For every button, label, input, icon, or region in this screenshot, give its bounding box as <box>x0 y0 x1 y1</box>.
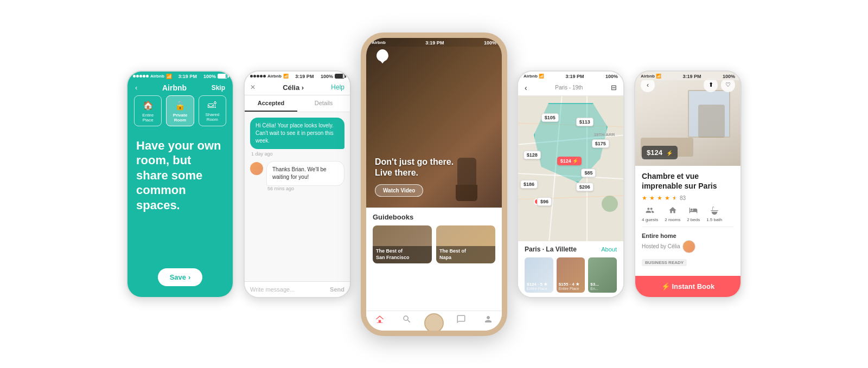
listing-thumb-1[interactable]: $124 · 5 ★ Entire Place <box>525 257 553 293</box>
bath-icon <box>710 206 719 216</box>
private-room-label: Private Room <box>170 113 190 122</box>
close-button[interactable]: ✕ <box>250 83 256 91</box>
back-button[interactable]: ‹ <box>135 83 137 92</box>
carrier-name: Airbnb <box>372 40 386 45</box>
nav-home[interactable] <box>375 314 385 326</box>
phone-screen4: Airbnb 📶 3:19 PM 100% ‹ Paris - 19th ⊟ <box>517 70 624 298</box>
guests-icon <box>646 206 654 216</box>
about-link[interactable]: About <box>601 246 617 253</box>
price-tag-128[interactable]: $128 <box>524 151 541 159</box>
signal-icon <box>250 75 266 78</box>
star-3: ★ <box>657 195 662 202</box>
contact-name: Célia › <box>283 83 304 92</box>
sent-message-1: Hi Célia! Your place looks lovely. Can't… <box>250 118 344 149</box>
guidebooks-row: The Best ofSan Francisco The Best ofNapa <box>373 225 495 263</box>
shared-room-icon: 🛋 <box>208 100 216 110</box>
message-input-bar: Write message... Send <box>245 281 350 297</box>
carrier-name: Airbnb 📶 <box>641 74 661 79</box>
location-name: Paris · La Villette <box>525 246 577 253</box>
watch-video-button[interactable]: Watch Video <box>375 184 423 197</box>
price-tag-175[interactable]: $175 <box>592 139 609 148</box>
status-bar-1: Airbnb 📶 3:19 PM 100% <box>127 72 233 80</box>
price-tag-186[interactable]: $186 <box>520 180 538 189</box>
star-4: ★ <box>665 195 670 202</box>
private-room-option[interactable]: 🔒 Private Room <box>166 95 194 126</box>
message-header: ✕ Célia › Help <box>245 80 350 95</box>
phone-screen1: Airbnb 📶 3:19 PM 100% ‹ Airbnb Skip 🏠 <box>126 70 234 298</box>
amenity-guests: 4 guests <box>642 206 658 222</box>
status-bar-4: Airbnb 📶 3:19 PM 100% <box>518 72 623 80</box>
skip-button[interactable]: Skip <box>212 84 225 92</box>
shared-room-option[interactable]: 🛋 Shared Room <box>199 95 226 126</box>
bath-text: 1.5 bath <box>706 217 722 222</box>
price-tag-206[interactable]: $206 <box>576 183 593 191</box>
amenities-row: 4 guests 2 rooms 2 beds <box>642 206 734 227</box>
map-area[interactable]: $105 $113 $128 $124 ⚡ $175 $85 $186 $206… <box>518 96 623 241</box>
home-icon <box>375 314 385 326</box>
listing-3-info: $3... En... <box>590 282 615 290</box>
tab-accepted[interactable]: Accepted <box>245 95 297 112</box>
airbnb-logo <box>375 49 390 64</box>
carrier-name: Airbnb 📶 <box>524 74 544 79</box>
star-2: ★ <box>649 195 655 202</box>
price-tag-96[interactable]: $96 <box>537 197 552 206</box>
home-button[interactable] <box>424 313 444 333</box>
price-tag-85[interactable]: $85 <box>581 169 596 177</box>
carrier-name: Airbnb <box>150 74 164 79</box>
property-hero: $124 ⚡ ‹ ⬆ ♡ <box>635 72 741 166</box>
price-tag-113[interactable]: $113 <box>576 118 593 126</box>
host-row: Hosted by Célia <box>642 240 734 253</box>
listing-thumb-2[interactable]: $155 · 4 ★ Entire Place <box>557 257 585 293</box>
contact-avatar <box>250 162 263 175</box>
save-arrow-icon: › <box>188 273 190 281</box>
beds-icon <box>689 206 698 216</box>
price-value: $124 <box>647 149 662 157</box>
property-type: Entire home <box>642 233 734 239</box>
beds-text: 2 beds <box>687 217 700 222</box>
save-button[interactable]: Save › <box>158 268 203 286</box>
save-label: Save <box>170 273 186 281</box>
guidebook-sf[interactable]: The Best ofSan Francisco <box>373 225 432 263</box>
nav-messages[interactable] <box>456 314 466 326</box>
battery-text: 100% <box>203 74 216 79</box>
property-content: Chambre et vue imprenable sur Paris ★ ★ … <box>635 166 741 275</box>
listing-2-info: $155 · 4 ★ Entire Place <box>559 282 583 290</box>
hero-background <box>366 38 502 208</box>
listing-1-info: $124 · 5 ★ Entire Place <box>527 282 551 290</box>
carrier-name: Airbnb <box>267 74 282 79</box>
battery-text: 100% <box>605 74 618 79</box>
nav-profile[interactable] <box>483 314 493 326</box>
guidebook-napa[interactable]: The Best ofNapa <box>436 225 495 263</box>
screen1-room-selection: Airbnb 📶 3:19 PM 100% ‹ Airbnb Skip 🏠 <box>127 72 233 297</box>
help-button[interactable]: Help <box>331 83 344 91</box>
listing-thumbnails: $124 · 5 ★ Entire Place $155 · 4 ★ Entir… <box>518 255 623 297</box>
location-info: Paris · La Villette About <box>518 241 623 255</box>
guidebooks-title: Guidebooks <box>373 213 495 221</box>
filter-icon[interactable]: ⊟ <box>611 83 617 92</box>
instant-book-button[interactable]: ⚡ Instant Book <box>635 276 741 297</box>
hero-section: Don't just go there. Live there. Watch V… <box>366 38 502 208</box>
received-message-1: Thanks Brian. We'll be waiting for you! … <box>250 161 344 196</box>
hero-tagline: Don't just go there. Live there. <box>375 157 454 177</box>
property-price-badge: $124 ⚡ <box>642 146 678 159</box>
host-label: Hosted by Célia <box>642 243 680 249</box>
price-tag-124[interactable]: $124 ⚡ <box>557 157 582 165</box>
listing-thumb-3[interactable]: $3... En... <box>588 257 617 293</box>
price-tag-105[interactable]: $105 <box>541 113 559 122</box>
message-tabs: Accepted Details <box>245 95 350 112</box>
entire-place-label: Entire Place <box>138 113 158 122</box>
screen4-map: Airbnb 📶 3:19 PM 100% ‹ Paris - 19th ⊟ <box>518 72 623 297</box>
tab-details[interactable]: Details <box>297 95 350 112</box>
messages-icon <box>456 314 466 326</box>
search-icon <box>402 314 412 326</box>
message-input-placeholder[interactable]: Write message... <box>250 286 295 293</box>
map-park <box>602 196 618 212</box>
nav-search[interactable] <box>402 314 412 326</box>
guidebooks-section: Guidebooks The Best ofSan Francisco The … <box>366 208 502 311</box>
shared-room-label: Shared Room <box>202 112 222 122</box>
wifi-icon: 📶 <box>166 74 172 79</box>
entire-place-option[interactable]: 🏠 Entire Place <box>134 95 162 126</box>
send-button[interactable]: Send <box>330 286 344 293</box>
message-time-2: 56 mins ago <box>266 186 344 191</box>
rooms-text: 2 rooms <box>665 217 680 222</box>
